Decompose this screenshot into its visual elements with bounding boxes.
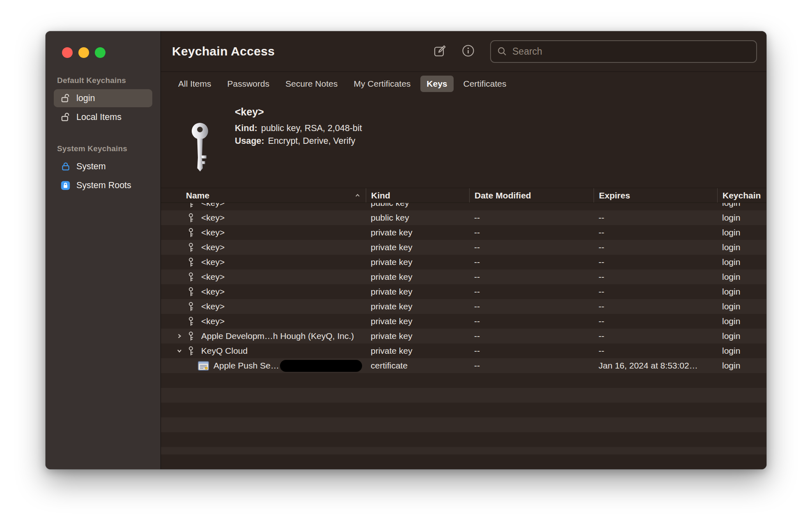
table-row[interactable]: <key>private key----login [161, 299, 766, 314]
tab-my-certificates[interactable]: My Certificates [347, 76, 417, 92]
minimize-button[interactable] [78, 47, 89, 58]
item-name: Apple Developm…h Hough (KeyQ, Inc.) [201, 331, 354, 341]
disclosure-spacer [174, 284, 185, 299]
item-name: <key> [201, 302, 225, 311]
unlocked-padlock-icon [60, 112, 71, 122]
item-name: <key> [201, 213, 225, 223]
search-input[interactable] [512, 46, 750, 58]
sidebar-item-login[interactable]: login [54, 89, 152, 107]
table-row-empty [161, 373, 766, 388]
name-cell: <key> [161, 299, 366, 314]
disclosure-spacer [186, 358, 197, 373]
main-content: Keychain Access [161, 31, 766, 469]
key-icon [185, 302, 197, 312]
column-header-expires[interactable]: Expires [594, 188, 717, 203]
toolbar: Keychain Access [161, 31, 766, 72]
chevron-right-icon [177, 333, 182, 339]
key-icon [185, 346, 197, 356]
close-button[interactable] [62, 47, 73, 58]
expires-cell: -- [594, 299, 717, 314]
key-icon [185, 287, 197, 297]
item-name: <key> [201, 316, 225, 326]
sort-ascending-icon [355, 193, 360, 198]
info-button[interactable] [462, 44, 475, 58]
date-modified-cell: -- [469, 284, 594, 299]
table-row[interactable]: <key>public keylogin [161, 203, 766, 210]
search-field[interactable] [490, 40, 757, 63]
selection-detail-text: <key> Kind:public key, RSA, 2,048-bit Us… [235, 95, 362, 188]
search-icon [497, 46, 507, 56]
column-header-keychain[interactable]: Keychain [717, 188, 766, 203]
sidebar-item-label: Local Items [76, 112, 122, 122]
column-header-kind[interactable]: Kind [366, 188, 469, 203]
date-modified-cell: -- [469, 299, 594, 314]
redaction-overlay [280, 360, 362, 372]
sidebar-item-label: login [76, 93, 95, 104]
table-row[interactable]: <key>private key----login [161, 284, 766, 299]
table-row[interactable]: <key>private key----login [161, 255, 766, 270]
item-name: <key> [201, 228, 225, 237]
name-cell: <key> [161, 284, 366, 299]
sidebar-item-local-items[interactable]: Local Items [54, 108, 152, 126]
keychain-cell: login [717, 203, 766, 210]
column-header-name[interactable]: Name [161, 188, 366, 203]
key-icon [185, 257, 197, 267]
expires-cell [594, 203, 717, 210]
disclosure-triangle[interactable] [174, 329, 185, 343]
table-row-empty [161, 447, 766, 454]
table-row[interactable]: <key>private key----login [161, 270, 766, 284]
key-icon [185, 316, 197, 327]
usage-line: Usage:Encrypt, Derive, Verify [235, 135, 362, 147]
expires-cell: -- [594, 343, 717, 358]
table-row[interactable]: <key>private key----login [161, 225, 766, 240]
key-icon [185, 228, 197, 238]
column-header-label: Expires [599, 191, 630, 200]
toolbar-actions [433, 40, 757, 63]
kind-cell: private key [366, 299, 469, 314]
kind-line: Kind:public key, RSA, 2,048-bit [235, 122, 362, 135]
kind-cell: certificate [366, 358, 469, 373]
keychain-cell: login [717, 314, 766, 329]
table-row[interactable]: <key>private key----login [161, 240, 766, 255]
table-row[interactable]: Apple Developm…h Hough (KeyQ, Inc.)priva… [161, 329, 766, 343]
disclosure-spacer [174, 314, 185, 329]
key-icon [185, 331, 197, 341]
name-cell: <key> [161, 270, 366, 284]
table-row[interactable]: <key>public key----login [161, 210, 766, 225]
name-cell: <key> [161, 210, 366, 225]
name-cell: Apple Push Se… [161, 358, 366, 373]
expires-cell: Jan 16, 2024 at 8:53:02… [594, 358, 717, 373]
disclosure-spacer [174, 299, 185, 314]
sidebar-section-label: Default Keychains [57, 76, 161, 85]
tab-all-items[interactable]: All Items [172, 76, 218, 92]
table-body: <key>public keylogin<key>public key----l… [161, 203, 766, 454]
tab-secure-notes[interactable]: Secure Notes [279, 76, 344, 92]
info-icon [462, 44, 475, 57]
kind-cell: private key [366, 240, 469, 255]
disclosure-triangle[interactable] [174, 343, 185, 358]
zoom-button[interactable] [95, 47, 106, 58]
name-cell: <key> [161, 225, 366, 240]
name-cell: <key> [161, 255, 366, 270]
column-header-date-modified[interactable]: Date Modified [469, 188, 594, 203]
date-modified-cell [469, 203, 594, 210]
certificate-icon [197, 361, 209, 371]
tab-certificates[interactable]: Certificates [457, 76, 513, 92]
window-title: Keychain Access [172, 44, 275, 58]
name-cell: <key> [161, 203, 366, 210]
tab-passwords[interactable]: Passwords [221, 76, 276, 92]
sidebar-item-system[interactable]: System [54, 157, 152, 175]
expires-cell: -- [594, 314, 717, 329]
compose-icon [433, 44, 446, 58]
item-name: <key> [201, 203, 225, 208]
kind-cell: private key [366, 270, 469, 284]
sidebar-section-label: System Keychains [57, 144, 161, 153]
table-row[interactable]: <key>private key----login [161, 314, 766, 329]
table-row[interactable]: KeyQ Cloudprivate key----login [161, 343, 766, 358]
table-row[interactable]: Apple Push Se…certificate--Jan 16, 2024 … [161, 358, 766, 373]
sidebar-item-system-roots[interactable]: System Roots [54, 176, 152, 194]
edit-button[interactable] [433, 44, 446, 59]
disclosure-spacer [174, 270, 185, 284]
tab-keys[interactable]: Keys [420, 76, 453, 92]
item-name: KeyQ Cloud [201, 346, 248, 356]
